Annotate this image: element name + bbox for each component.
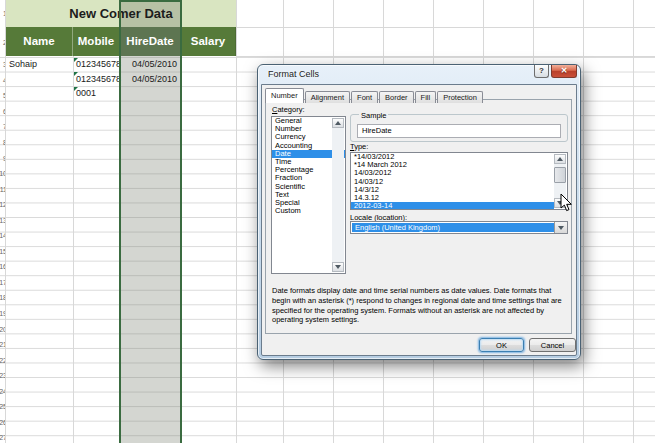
row-number[interactable]: 26 bbox=[0, 416, 5, 432]
tab-protection[interactable]: Protection bbox=[437, 91, 483, 103]
scroll-up-icon[interactable] bbox=[332, 118, 344, 128]
column-header-mobile[interactable]: Mobile bbox=[73, 27, 120, 56]
row-number[interactable]: 16 bbox=[0, 260, 5, 276]
row-number[interactable]: 2 bbox=[0, 28, 5, 58]
row-number[interactable]: 10 bbox=[0, 167, 5, 183]
cell-hiredate-2[interactable]: 04/05/2010 bbox=[120, 73, 177, 85]
row-number[interactable]: 5 bbox=[0, 89, 5, 105]
dialog-tabs: NumberAlignmentFontBorderFillProtection bbox=[265, 85, 484, 99]
selection-border-right bbox=[180, 0, 182, 443]
selection-border-top bbox=[119, 0, 182, 2]
row-number[interactable]: 6 bbox=[0, 105, 5, 121]
row-number[interactable]: 21 bbox=[0, 338, 5, 354]
row-number[interactable]: 13 bbox=[0, 213, 5, 229]
cancel-button[interactable]: Cancel bbox=[529, 338, 576, 352]
row-number[interactable]: 4 bbox=[0, 74, 5, 90]
row-number[interactable]: 20 bbox=[0, 322, 5, 338]
scrollbar-thumb[interactable] bbox=[554, 167, 566, 183]
category-listbox[interactable]: GeneralNumberCurrencyAccountingDateTimeP… bbox=[271, 116, 346, 274]
mouse-cursor-icon bbox=[560, 193, 573, 212]
row-number[interactable]: 14 bbox=[0, 229, 5, 245]
row-number[interactable]: 23 bbox=[0, 369, 5, 385]
gridline bbox=[5, 0, 6, 443]
sample-groupbox: Sample HireDate bbox=[350, 114, 568, 142]
dropdown-arrow-icon[interactable] bbox=[554, 222, 567, 233]
format-cells-dialog[interactable]: Format Cells ? ✕ NumberAlignmentFontBord… bbox=[257, 64, 581, 360]
close-icon[interactable]: ✕ bbox=[551, 65, 577, 78]
sample-label: Sample bbox=[359, 111, 388, 120]
ok-button[interactable]: OK bbox=[479, 338, 524, 352]
type-listbox[interactable]: *14/03/2012*14 March 201214/03/201214/03… bbox=[350, 152, 568, 210]
gridline bbox=[236, 27, 655, 28]
type-format-item[interactable]: 14/03/12 bbox=[351, 178, 554, 186]
selection-border-left bbox=[119, 0, 121, 443]
row-number[interactable]: 18 bbox=[0, 291, 5, 307]
locale-dropdown[interactable]: English (United Kingdom) bbox=[350, 221, 568, 234]
row-number[interactable]: 15 bbox=[0, 245, 5, 261]
type-format-item[interactable]: 14/3/12 bbox=[351, 186, 554, 194]
row-number[interactable]: 9 bbox=[0, 151, 5, 167]
scroll-down-icon[interactable] bbox=[332, 262, 344, 272]
row-number[interactable]: 7 bbox=[0, 120, 5, 136]
gridline bbox=[236, 0, 237, 443]
row-number[interactable]: 19 bbox=[0, 307, 5, 323]
row-number[interactable]: 17 bbox=[0, 276, 5, 292]
tab-alignment[interactable]: Alignment bbox=[305, 91, 350, 103]
row-number[interactable]: 8 bbox=[0, 136, 5, 152]
gridline bbox=[583, 0, 584, 443]
category-label: Category: bbox=[272, 105, 305, 114]
table-title[interactable]: New Comer Data bbox=[6, 0, 236, 27]
column-header-name[interactable]: Name bbox=[6, 27, 73, 56]
error-indicator-icon bbox=[74, 72, 78, 76]
gridline bbox=[73, 56, 74, 443]
cell-name-1[interactable]: Sohaip bbox=[9, 58, 37, 70]
cell-mobile-1[interactable]: 012345678 bbox=[76, 58, 121, 70]
category-scrollbar[interactable] bbox=[332, 118, 344, 272]
row-number[interactable]: 24 bbox=[0, 384, 5, 400]
tab-fill[interactable]: Fill bbox=[415, 91, 437, 103]
cell-mobile-2[interactable]: 012345678 bbox=[76, 73, 121, 85]
row-number[interactable]: 3 bbox=[0, 58, 5, 74]
error-indicator-icon bbox=[74, 87, 78, 91]
sample-value: HireDate bbox=[357, 124, 561, 138]
type-label: Type: bbox=[350, 142, 368, 151]
row-number[interactable]: 27 bbox=[0, 431, 5, 443]
row-number[interactable]: 1 bbox=[0, 0, 5, 28]
type-format-item[interactable]: 2012-03-14 bbox=[351, 202, 554, 210]
row-number[interactable]: 11 bbox=[0, 182, 5, 198]
cell-hiredate-1[interactable]: 04/05/2010 bbox=[120, 58, 177, 70]
row-number[interactable]: 25 bbox=[0, 400, 5, 416]
tab-font[interactable]: Font bbox=[351, 91, 378, 103]
dialog-title: Format Cells bbox=[268, 69, 319, 79]
gridline bbox=[236, 56, 655, 57]
row-number[interactable]: 12 bbox=[0, 198, 5, 214]
error-indicator-icon bbox=[74, 58, 78, 62]
tab-border[interactable]: Border bbox=[379, 91, 414, 103]
gridline bbox=[633, 0, 634, 443]
row-number-gutter[interactable]: 1234567891011121314151617181920212223242… bbox=[0, 0, 5, 443]
column-header-hiredate[interactable]: HireDate bbox=[120, 27, 181, 56]
row-number[interactable]: 22 bbox=[0, 353, 5, 369]
cell-mobile-3[interactable]: 0001 bbox=[76, 87, 96, 99]
help-icon[interactable]: ? bbox=[534, 65, 549, 78]
dialog-client-area: NumberAlignmentFontBorderFillProtection … bbox=[261, 84, 577, 356]
locale-selected-value: English (United Kingdom) bbox=[352, 223, 554, 232]
column-header-salary[interactable]: Salary bbox=[181, 27, 236, 56]
number-tab-panel: Category: GeneralNumberCurrencyAccountin… bbox=[265, 99, 572, 334]
tab-number[interactable]: Number bbox=[265, 88, 304, 103]
date-format-description: Date formats display date and time seria… bbox=[272, 286, 566, 325]
scroll-up-icon[interactable] bbox=[554, 154, 566, 164]
